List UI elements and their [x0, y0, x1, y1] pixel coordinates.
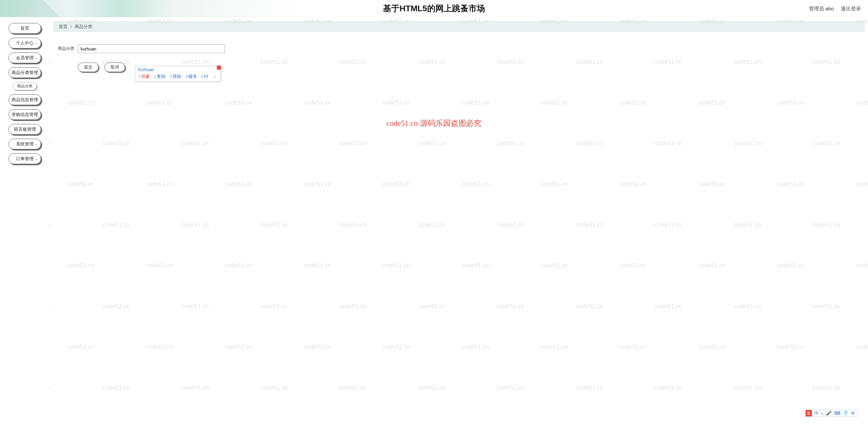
nav-label: 系统管理: [16, 141, 34, 147]
chevron-down-icon: ⌄: [35, 142, 38, 146]
breadcrumb-current: 商品分类: [75, 24, 92, 30]
ime-skin-icon[interactable]: 👕: [843, 411, 848, 416]
nav-wanted[interactable]: 求购信息管理: [8, 109, 41, 120]
nav-label: 商品分类管理: [11, 70, 38, 75]
sogou-logo-icon[interactable]: S: [805, 410, 812, 417]
cancel-button[interactable]: 取消: [104, 63, 125, 72]
admin-label[interactable]: 管理员 abo: [809, 5, 834, 12]
sub-category[interactable]: 商品分类: [13, 82, 37, 90]
nav-label: 个人中心: [16, 40, 34, 46]
ime-toolbar: S 中 •, 🎤 ⌨ 👕 ⚙: [803, 409, 857, 417]
chevron-down-icon: ⌄: [35, 41, 38, 45]
category-field-label: 商品分类: [54, 46, 74, 51]
nav-home[interactable]: 首页: [8, 23, 41, 34]
ime-cand-num: 5: [201, 74, 203, 79]
app-header: 基于HTML5的网上跳蚤市场 管理员 abo 退出登录: [0, 0, 868, 17]
ime-cand-text: 茯砖: [173, 74, 181, 79]
ime-candidate-4[interactable]: 4辅专: [186, 74, 197, 80]
ime-cand-text: 辅专: [188, 74, 197, 79]
nav-category[interactable]: 商品分类管理: [8, 67, 41, 78]
category-input[interactable]: [78, 44, 225, 53]
ime-cand-num: 4: [186, 74, 188, 79]
ime-settings-icon[interactable]: ⚙: [851, 411, 855, 416]
ime-cand-text: 复转: [157, 74, 165, 79]
nav-label: 订单管理: [16, 156, 34, 162]
ime-lang-icon[interactable]: 中: [814, 411, 819, 416]
breadcrumb-separator: /: [70, 24, 72, 29]
ime-cand-text: 付: [204, 74, 208, 79]
breadcrumb-home[interactable]: 首页: [59, 24, 68, 30]
nav-system[interactable]: 系统管理 ⌄: [8, 139, 41, 149]
header-decoration: [0, 0, 183, 17]
nav-message[interactable]: 留言板管理: [8, 124, 41, 134]
sidebar: 首页 个人中心 ⌄ 会员管理 ⌄ 商品分类管理 商品分类 商品信息管理 求购信息…: [0, 17, 50, 425]
nav-label: 商品信息管理: [11, 97, 38, 103]
nav-order[interactable]: 订单管理 ⌄: [8, 153, 41, 164]
ime-cand-num: 1: [138, 74, 141, 79]
ime-candidate-5[interactable]: 5付: [201, 74, 208, 80]
ime-candidate-3[interactable]: 3茯砖: [169, 74, 181, 80]
submit-button[interactable]: 提交: [78, 63, 98, 72]
ime-cand-num: 2: [154, 74, 156, 79]
logout-link[interactable]: 退出登录: [841, 5, 861, 12]
app-title: 基于HTML5的网上跳蚤市场: [383, 3, 485, 14]
sub-label: 商品分类: [17, 84, 32, 89]
ime-cand-text: 符篆: [141, 74, 150, 79]
main-content: 首页 / 商品分类 商品分类 提交 取消 fu'zhuan 1符篆 2复转 3茯…: [54, 21, 864, 425]
ime-pinyin: fu'zhuan: [135, 66, 220, 72]
ime-cand-num: 3: [169, 74, 172, 79]
ime-candidate-2[interactable]: 2复转: [154, 74, 165, 80]
nav-members[interactable]: 会员管理 ⌄: [8, 53, 41, 63]
chevron-down-icon: ⌄: [35, 157, 38, 161]
form-row-category: 商品分类: [54, 44, 864, 53]
nav-product[interactable]: 商品信息管理: [8, 94, 41, 105]
nav-label: 求购信息管理: [11, 112, 38, 118]
ime-next-page-icon[interactable]: ›: [214, 74, 216, 79]
ime-voice-icon[interactable]: 🎤: [826, 411, 832, 416]
breadcrumb: 首页 / 商品分类: [54, 21, 864, 32]
ime-punct-icon[interactable]: •,: [821, 411, 824, 416]
nav-label: 留言板管理: [14, 127, 36, 132]
ime-candidate-1[interactable]: 1符篆: [138, 74, 150, 80]
nav-label: 会员管理: [16, 55, 34, 61]
ime-logo-corner: [217, 65, 221, 70]
chevron-down-icon: ⌄: [35, 56, 38, 60]
ime-softkbd-icon[interactable]: ⌨: [834, 411, 841, 416]
nav-label: 首页: [20, 26, 29, 31]
header-right: 管理员 abo 退出登录: [809, 0, 861, 17]
ime-candidate-popup: fu'zhuan 1符篆 2复转 3茯砖 4辅专 5付 ›: [135, 66, 221, 82]
ime-candidate-list: 1符篆 2复转 3茯砖 4辅专 5付 ›: [135, 72, 220, 81]
nav-personal[interactable]: 个人中心 ⌄: [8, 38, 41, 49]
